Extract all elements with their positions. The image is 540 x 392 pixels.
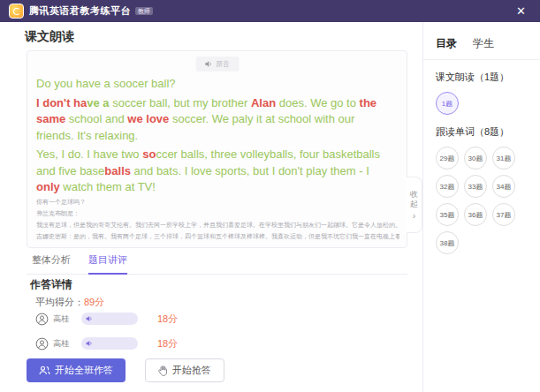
translation-line: 你有一个足球吗？ bbox=[36, 196, 399, 207]
topbar: 腾讯英语君教考练平台 教师 ✕ bbox=[0, 0, 540, 22]
sidebar-tab-catalog[interactable]: 目录 bbox=[436, 36, 457, 51]
passage-run: ve a bbox=[87, 96, 109, 109]
average-score-row: 平均得分：89分 bbox=[35, 296, 104, 309]
passage-paragraph: Do you have a soocer ball? bbox=[36, 76, 392, 93]
passage-paragraph: Yes, I do. I have two soccer balls, thre… bbox=[36, 147, 392, 196]
chevron-right-icon: › bbox=[413, 211, 415, 221]
start-race-answer-label: 开始抢答 bbox=[172, 364, 211, 377]
passage-paragraph: I don't have a soccer ball, but my broth… bbox=[36, 95, 392, 145]
app-badge: 教师 bbox=[135, 7, 153, 15]
page-title: 课文朗读 bbox=[25, 29, 74, 45]
close-icon[interactable]: ✕ bbox=[511, 4, 531, 18]
sidebar: 目录 学生 课文朗读（1题） 1题 跟读单词（8题） 29题30题31题32题3… bbox=[422, 22, 540, 392]
student-row[interactable]: 高桂18分 bbox=[35, 335, 178, 352]
tab-question-review[interactable]: 题目讲评 bbox=[88, 253, 127, 275]
passage-card: 原音 Do you have a soocer ball?I don't hav… bbox=[27, 50, 407, 248]
avg-score-label: 平均得分： bbox=[35, 297, 84, 307]
avatar-icon bbox=[35, 313, 49, 326]
app-logo-icon bbox=[9, 4, 24, 19]
sidebar-tab-students[interactable]: 学生 bbox=[473, 36, 494, 51]
answer-details-title: 作答详情 bbox=[30, 277, 72, 292]
action-bar: 开始全班作答 开始抢答 bbox=[27, 358, 224, 382]
passage-run: Yes, I do. I have two bbox=[36, 147, 142, 161]
sidebar-tabs: 目录 学生 bbox=[423, 22, 540, 60]
question-circle[interactable]: 1题 bbox=[436, 92, 459, 115]
tab-overall-analysis[interactable]: 整体分析 bbox=[32, 253, 71, 274]
app-window: 腾讯英语君教考练平台 教师 ✕ 课文朗读 原音 Do you have a so… bbox=[0, 0, 540, 392]
question-circle[interactable]: 30题 bbox=[464, 147, 487, 170]
people-icon bbox=[39, 366, 50, 375]
start-class-answer-button[interactable]: 开始全班作答 bbox=[27, 358, 125, 382]
question-circle[interactable]: 34题 bbox=[492, 175, 515, 198]
avg-score-value: 89分 bbox=[84, 297, 104, 307]
question-grid-words: 29题30题31题32题33题34题35题36题37题38题 bbox=[436, 147, 526, 254]
passage-run: I don't ha bbox=[36, 96, 87, 109]
passage-run: Alan bbox=[251, 96, 276, 109]
section-label-reading: 课文朗读（1题） bbox=[436, 71, 540, 84]
student-audio-player[interactable] bbox=[81, 313, 138, 325]
translation-line: 弗兰克布朗尼： bbox=[36, 207, 399, 219]
analysis-tabs: 整体分析 题目讲评 bbox=[27, 253, 407, 275]
question-circle[interactable]: 35题 bbox=[436, 203, 459, 226]
student-score: 18分 bbox=[157, 313, 178, 326]
question-circle[interactable]: 32题 bbox=[436, 175, 459, 198]
passage-run: so bbox=[142, 147, 156, 161]
passage: Do you have a soocer ball?I don't have a… bbox=[36, 76, 392, 199]
passage-run: Do you have a soocer ball? bbox=[36, 77, 176, 90]
question-circle[interactable]: 29题 bbox=[436, 147, 459, 170]
passage-run: school and bbox=[65, 112, 127, 125]
question-circle[interactable]: 38题 bbox=[436, 231, 459, 254]
student-list: 高桂18分高桂18分 bbox=[35, 310, 178, 359]
student-score: 18分 bbox=[157, 337, 178, 351]
translation-line: 我没有足球，但是我的哥哥艾伦有。我们去同一所学校上学，并且我们喜爱足球。在学校里… bbox=[36, 219, 399, 230]
start-race-answer-button[interactable]: 开始抢答 bbox=[145, 358, 224, 382]
collapse-label: 收起 bbox=[410, 190, 419, 209]
passage-run: watch them at TV! bbox=[60, 180, 156, 193]
section-label-words: 跟读单词（8题） bbox=[436, 125, 540, 139]
passage-run: we love bbox=[127, 112, 169, 125]
hand-icon bbox=[158, 366, 168, 376]
question-circle[interactable]: 31题 bbox=[492, 147, 515, 170]
app-title: 腾讯英语君教考练平台 bbox=[29, 4, 131, 18]
question-circle[interactable]: 36题 bbox=[464, 203, 487, 226]
collapse-handle[interactable]: 收起 › bbox=[407, 177, 422, 233]
question-circle[interactable]: 33题 bbox=[464, 175, 487, 198]
origin-audio-label: 原音 bbox=[216, 59, 230, 69]
passage-run: soccer ball, but my brother bbox=[110, 96, 251, 109]
passage-run: does. We go to bbox=[276, 96, 359, 109]
question-grid-reading: 1题 bbox=[436, 92, 526, 115]
passage-run: balls bbox=[104, 164, 131, 177]
speaker-icon bbox=[204, 60, 212, 68]
translation: 你有一个足球吗？弗兰克布朗尼：我没有足球，但是我的哥哥艾伦有。我们去同一所学校上… bbox=[36, 196, 399, 242]
student-name: 高桂 bbox=[53, 313, 81, 325]
start-class-answer-label: 开始全班作答 bbox=[55, 364, 113, 377]
student-audio-player[interactable] bbox=[81, 337, 138, 350]
question-circle[interactable]: 37题 bbox=[492, 203, 515, 226]
student-row[interactable]: 高桂18分 bbox=[35, 310, 178, 328]
speaker-icon bbox=[86, 340, 93, 347]
passage-run: and bats. I love sports, but I don't pla… bbox=[131, 164, 369, 177]
translation-line: 吉娜史密斯：是的，我有。我有两个足球，三个排球，四个篮球和五个棒球及棒球棒。我喜… bbox=[36, 230, 399, 242]
avatar-icon bbox=[35, 337, 49, 351]
speaker-icon bbox=[86, 315, 93, 322]
passage-run: only bbox=[36, 180, 60, 193]
origin-audio-button[interactable]: 原音 bbox=[195, 57, 239, 72]
student-name: 高桂 bbox=[53, 338, 81, 350]
